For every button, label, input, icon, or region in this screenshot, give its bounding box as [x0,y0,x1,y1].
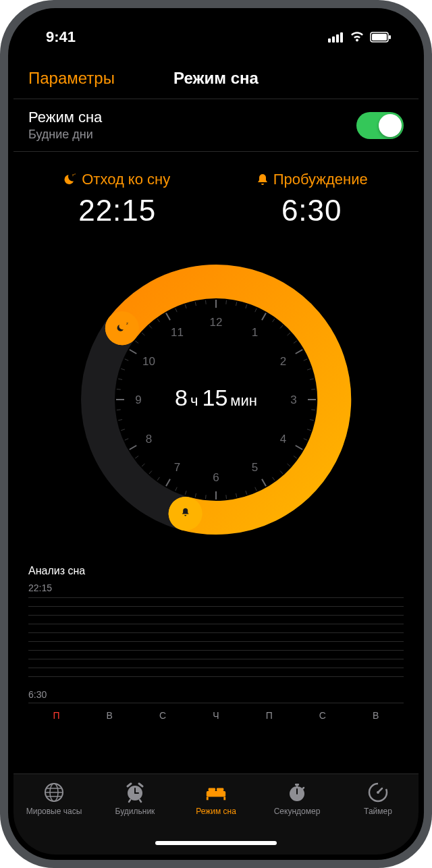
svg-rect-97 [207,791,225,797]
alarm-icon [124,781,146,804]
svg-line-42 [195,493,196,497]
svg-line-37 [246,491,247,495]
svg-line-11 [226,300,227,304]
sleep-analysis: Анализ сна 22:15 6:30 ПВСЧПСВ [14,565,418,721]
svg-line-44 [176,487,177,491]
bedtime-value: 22:15 [64,194,170,227]
svg-text:2: 2 [280,355,286,368]
world-clock-icon [43,781,65,804]
svg-line-60 [130,350,136,354]
bell-icon [256,173,269,186]
svg-rect-0 [328,38,331,43]
svg-line-94 [139,784,142,786]
times-row: zz Отход ко сну 22:15 Пробуждение 6:30 [14,152,418,241]
svg-line-53 [118,420,122,421]
status-time: 9:41 [46,28,76,46]
svg-text:11: 11 [171,326,184,339]
svg-line-54 [117,410,121,410]
day-label: П [30,710,83,721]
svg-line-45 [166,479,170,486]
svg-line-35 [262,479,266,486]
home-indicator[interactable] [155,841,277,845]
status-icons [328,32,392,43]
cellular-icon [328,32,344,43]
svg-line-66 [176,308,177,312]
wake-handle[interactable] [169,497,202,531]
bedtime-handle[interactable]: z [105,311,139,345]
svg-text:1: 1 [252,326,258,339]
bedtime-icon [205,781,227,804]
svg-line-61 [135,341,138,344]
svg-line-47 [149,471,152,474]
svg-line-93 [128,784,131,786]
svg-point-82 [105,311,139,345]
nav-title: Режим сна [173,69,259,88]
svg-rect-1 [332,36,335,43]
phone-frame: 9:41 Параметры Режим сна Режим сна Будни… [0,0,432,868]
svg-line-68 [195,302,196,306]
screen: 9:41 Параметры Режим сна Режим сна Будни… [14,13,418,855]
battery-icon [370,32,392,43]
bedtime-label-text: Отход ко сну [82,171,170,188]
sleep-dial[interactable]: 121234567891011 8ч15мин z [14,241,418,565]
svg-text:3: 3 [290,394,296,406]
svg-line-49 [135,456,138,458]
svg-rect-2 [336,34,339,43]
svg-line-18 [288,333,290,335]
svg-line-59 [125,359,128,360]
day-label: В [349,710,402,721]
sleep-mode-switch[interactable] [356,112,404,139]
svg-text:7: 7 [174,461,180,474]
day-label: П [242,710,296,721]
svg-line-24 [311,389,315,390]
switch-knob [379,114,402,137]
day-label: С [296,710,349,721]
svg-text:4: 4 [280,433,286,445]
wake-value: 6:30 [256,194,368,227]
svg-line-15 [262,313,266,320]
tab-label: Будильник [115,807,155,816]
svg-line-51 [125,439,128,440]
svg-line-16 [272,319,275,322]
phone-bezel: 9:41 Параметры Режим сна Режим сна Будни… [8,8,424,860]
svg-line-33 [280,471,283,474]
tab-label: Секундомер [274,807,321,816]
tab-label: Мировые часы [26,807,82,816]
wifi-icon [350,32,364,43]
svg-line-30 [296,445,302,450]
svg-text:8: 8 [146,433,152,445]
svg-text:z: z [126,321,128,325]
bedtime-label: zz Отход ко сну [64,171,170,188]
svg-rect-5 [372,34,387,40]
svg-rect-99 [223,797,225,801]
svg-line-57 [118,379,122,379]
day-label: С [136,710,190,721]
svg-line-21 [304,359,307,360]
bedtime-block: zz Отход ко сну 22:15 [64,171,170,227]
moon-icon: zz [64,173,78,186]
dial-svg: 121234567891011 8ч15мин z [71,254,361,545]
svg-line-69 [206,300,207,304]
svg-line-95 [129,800,130,802]
svg-line-67 [185,304,186,308]
svg-text:5: 5 [252,461,258,474]
svg-line-39 [226,495,227,499]
wake-block: Пробуждение 6:30 [256,171,368,227]
tab-timer[interactable]: Таймер [338,781,418,855]
svg-line-36 [255,487,256,491]
svg-rect-3 [340,32,343,43]
nav-back-button[interactable]: Параметры [28,69,115,88]
svg-line-62 [142,333,144,335]
analysis-day-labels: ПВСЧПСВ [28,703,404,721]
sleep-mode-row: Режим сна Будние дни [14,99,418,152]
svg-line-64 [157,319,160,322]
svg-rect-6 [389,35,391,39]
analysis-bottom-time: 6:30 [28,689,404,700]
nav-bar: Параметры Режим сна [14,61,418,99]
svg-line-22 [307,369,311,370]
tab-label: Таймер [364,807,392,816]
tab-world-clock[interactable]: Мировые часы [14,781,94,855]
analysis-top-time: 22:15 [28,582,404,593]
svg-line-23 [310,379,314,379]
svg-line-14 [255,308,256,312]
